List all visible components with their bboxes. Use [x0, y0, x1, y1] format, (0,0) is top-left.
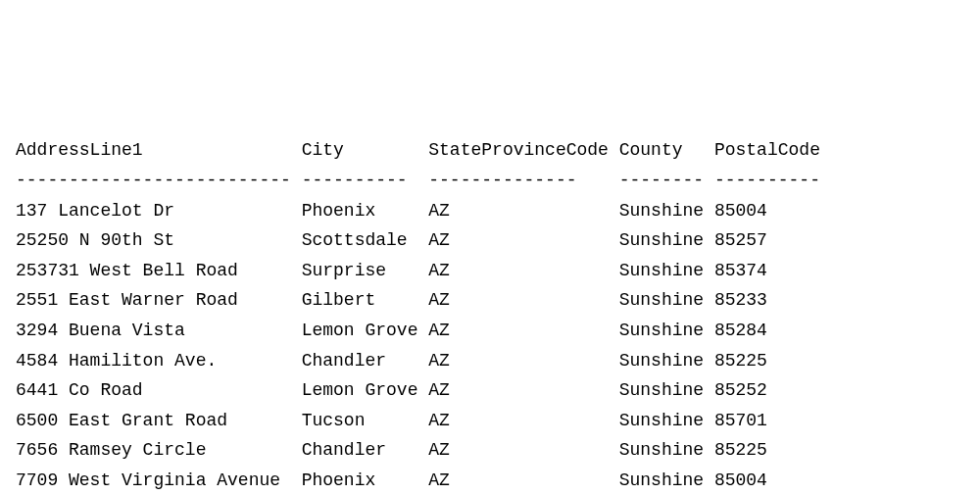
column-header-row: AddressLine1 City StateProvinceCode Coun…: [16, 135, 964, 166]
table-row: 6500 East Grant Road Tucson AZ Sunshine …: [16, 406, 964, 436]
table-row: 7656 Ramsey Circle Chandler AZ Sunshine …: [16, 435, 964, 466]
table-row: 7709 West Virginia Avenue Phoenix AZ Sun…: [16, 466, 964, 495]
table-row: 4584 Hamiliton Ave. Chandler AZ Sunshine…: [16, 346, 964, 376]
table-row: 2551 East Warner Road Gilbert AZ Sunshin…: [16, 285, 964, 316]
table-row: 253731 West Bell Road Surprise AZ Sunshi…: [16, 256, 964, 286]
table-row: 25250 N 90th St Scottsdale AZ Sunshine 8…: [16, 225, 964, 256]
table-row: 6441 Co Road Lemon Grove AZ Sunshine 852…: [16, 375, 964, 406]
table-row: 137 Lancelot Dr Phoenix AZ Sunshine 8500…: [16, 196, 964, 226]
table-body: 137 Lancelot Dr Phoenix AZ Sunshine 8500…: [16, 196, 964, 495]
table-row: 3294 Buena Vista Lemon Grove AZ Sunshine…: [16, 316, 964, 346]
column-dash-row: -------------------------- ---------- --…: [16, 166, 964, 196]
